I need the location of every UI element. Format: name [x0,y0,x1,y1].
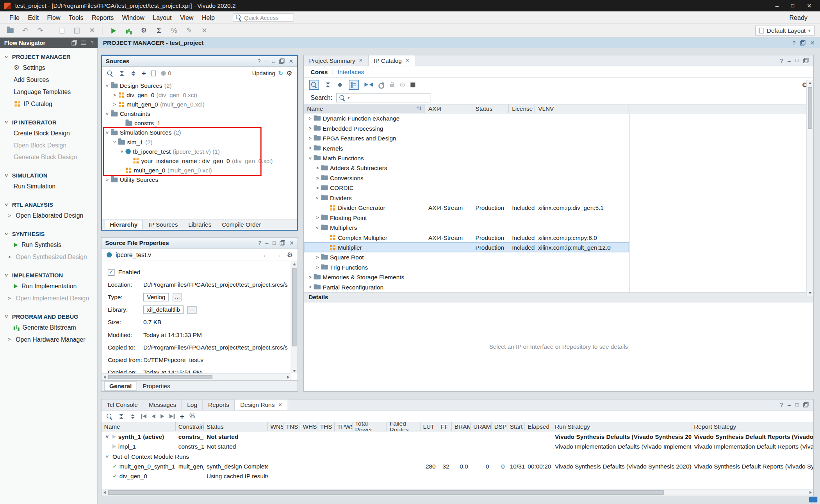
sidebar-item-generate-block-design[interactable]: Generate Block Design [0,151,97,163]
close-window-button[interactable] [807,3,811,9]
license-lock-icon[interactable] [390,84,394,87]
maximize-panel-icon[interactable] [273,240,276,245]
gear-icon[interactable] [287,251,293,258]
percent-icon[interactable] [189,413,195,419]
run-icon[interactable] [160,414,164,419]
undo-icon[interactable] [20,26,30,35]
catalog-row[interactable]: FPGA Features and Design [304,133,629,143]
help-icon[interactable] [780,58,783,63]
column-header[interactable]: THS [317,422,335,431]
chevron-down-icon[interactable] [119,149,125,154]
tab-general[interactable]: General [104,381,137,390]
run-icon[interactable] [109,26,118,35]
catalog-row[interactable]: Dynamic Function eXchange [304,114,629,123]
scroll-down-button[interactable] [291,368,297,374]
menu-icon[interactable] [81,41,86,45]
chevron-right-icon[interactable] [6,295,12,300]
column-header[interactable]: Run Strategy [552,422,691,431]
tree-row[interactable]: Simulation Sources(2) [102,128,297,137]
collapse-all-icon[interactable] [119,71,125,75]
scroll-left-button[interactable] [102,374,107,380]
run-row-mult-gen[interactable]: mult_gen_0_synth_1 mult_gen_0 synth_desi… [102,461,813,471]
tree-row[interactable]: Design Sources(2) [102,81,297,91]
collapse-all-icon[interactable] [118,414,125,419]
float-panel-icon[interactable] [279,59,284,64]
scrollbar-thumb[interactable] [808,87,812,129]
chevron-right-icon[interactable] [314,215,321,220]
sidebar-item-create-block-design[interactable]: Create Block Design [0,127,97,139]
fast-forward-icon[interactable] [169,414,175,419]
chevron-down-icon[interactable] [111,139,118,144]
close-icon[interactable] [810,40,815,46]
catalog-row[interactable]: Math Functions [304,153,629,163]
tab-messages[interactable]: Messages [144,399,182,410]
float-panel-icon[interactable] [280,240,285,245]
catalog-row[interactable]: CORDIC [304,183,629,193]
copy-icon[interactable] [57,26,66,35]
scrollbar-thumb[interactable] [108,490,663,495]
column-header[interactable]: WHS [300,422,317,431]
tree-row[interactable]: Utility Sources [102,175,297,185]
tab-libraries[interactable]: Libraries [184,220,216,229]
column-header[interactable]: Constraints [176,422,204,431]
tab-ip-catalog[interactable]: IP Catalog [369,55,415,66]
chevron-right-icon[interactable] [307,126,313,131]
layout-selector[interactable]: Default Layout [755,26,815,35]
sidebar-item-open-synthesized-design[interactable]: Open Synthesized Design [0,251,97,263]
column-header[interactable]: Elapsed [525,422,553,431]
catalog-row-selected[interactable]: MultiplierProductionIncludedxilinx.com:i… [304,242,629,252]
library-browse-button[interactable] [187,306,197,314]
chevron-down-icon[interactable] [104,454,111,459]
edit-icon[interactable] [185,26,194,35]
search-input[interactable] [337,93,431,102]
close-panel-icon[interactable] [289,240,294,246]
tree-row[interactable]: tb_ipcore_test(ipcore_test.v) (1) [102,147,297,156]
collapse-all-icon[interactable] [325,82,331,87]
catalog-row[interactable]: Divider GeneratorAXI4-StreamProductionIn… [304,202,629,212]
chevron-right-icon[interactable] [307,135,313,140]
minimize-panel-icon[interactable] [788,58,791,63]
search-icon[interactable] [106,413,113,419]
nav-section-header[interactable]: SYNTHESIS [0,229,97,239]
minimize-window-button[interactable] [775,3,779,9]
menu-edit[interactable]: Edit [24,13,43,22]
tree-row[interactable]: mult_gen_0(mult_gen_0.xci) [102,165,297,175]
column-header[interactable]: TPWS [335,422,353,431]
vertical-scrollbar[interactable] [806,80,813,296]
column-header-axi4[interactable]: AXI4 [425,105,472,113]
catalog-row[interactable]: Square Root [304,252,629,262]
nav-section-header[interactable]: PROJECT MANAGER [0,52,97,62]
scrollbar-thumb[interactable] [108,375,212,379]
library-select[interactable]: xil_defaultlib [143,305,184,314]
tab-compile-order[interactable]: Compile Order [217,220,266,229]
menu-help[interactable]: Help [198,13,219,22]
chevron-right-icon[interactable] [111,102,118,107]
catalog-row[interactable]: Multipliers [304,222,629,232]
run-row-impl1[interactable]: impl_1 constrs_1 Not started Vivado Impl… [102,441,813,451]
expand-all-icon[interactable] [130,71,136,75]
tree-row[interactable]: sim_1(2) [102,137,297,147]
nav-section-header[interactable]: IP INTEGRATOR [0,117,97,127]
column-header-vlnv[interactable]: VLNV [535,105,629,113]
column-header[interactable]: Report Strategy [692,422,813,431]
catalog-row[interactable]: Floating Point [304,213,629,222]
maximize-panel-icon[interactable] [795,58,799,63]
type-select[interactable]: Verilog [143,293,169,301]
column-header[interactable]: Total Power [353,422,387,431]
tree-row[interactable]: your_instance_name : div_gen_0(div_gen_0… [102,156,297,165]
expand-all-icon[interactable] [130,414,136,419]
close-icon[interactable] [200,26,209,35]
menu-file[interactable]: File [5,13,23,22]
horizontal-scrollbar[interactable] [102,373,291,380]
close-tab-icon[interactable] [405,58,409,63]
menu-window[interactable]: Window [118,13,149,22]
status-indicator[interactable] [809,497,817,502]
scroll-down-button[interactable] [807,290,813,296]
delete-icon[interactable] [87,26,97,35]
close-tab-icon[interactable] [359,58,363,63]
nav-section-header[interactable]: PROGRAM AND DEBUG [0,312,97,321]
step-back-icon[interactable] [152,414,155,419]
column-header[interactable]: DSP [492,422,507,431]
scroll-right-button[interactable] [808,490,813,495]
sidebar-item-open-block-design[interactable]: Open Block Design [0,139,97,151]
